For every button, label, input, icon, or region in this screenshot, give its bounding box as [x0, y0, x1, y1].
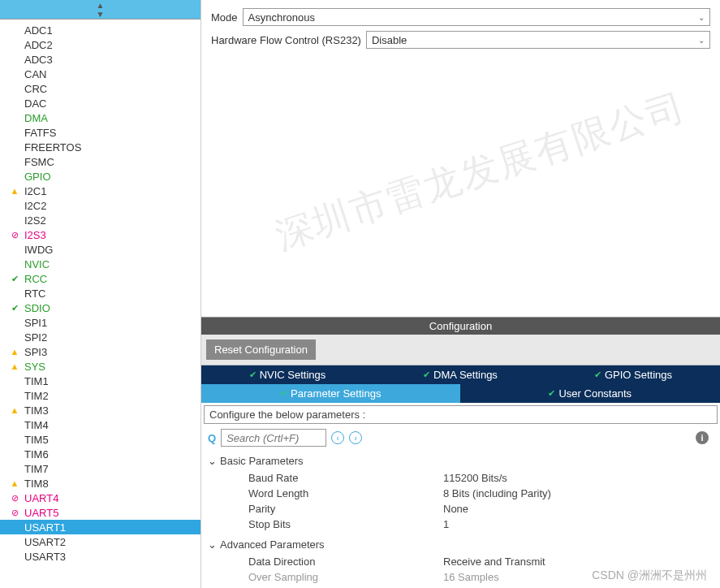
sidebar-item-uart5[interactable]: ⊘UART5	[0, 505, 200, 520]
sidebar-item-i2s2[interactable]: I2S2	[0, 213, 200, 227]
info-icon[interactable]: i	[696, 431, 709, 444]
sidebar-item-label: USART2	[21, 536, 66, 548]
sidebar-item-label: FSMC	[21, 156, 54, 168]
sidebar-item-label: SPI2	[21, 331, 47, 344]
sidebar-item-rtc[interactable]: RTC	[0, 286, 200, 300]
sidebar-item-label: TIM5	[21, 434, 49, 446]
sidebar-item-tim8[interactable]: ▲TIM8	[0, 476, 200, 491]
hw-flow-select[interactable]: Disable ⌄	[366, 31, 710, 49]
sidebar-item-i2s3[interactable]: ⊘I2S3	[0, 227, 200, 242]
param-value: 115200 Bits/s	[443, 472, 714, 484]
param-row[interactable]: Word Length8 Bits (including Parity)	[208, 486, 714, 501]
search-icon[interactable]: Q	[208, 432, 216, 444]
group-name: Basic Parameters	[220, 455, 304, 467]
tab-dma-settings[interactable]: ✔DMA Settings	[374, 365, 547, 384]
sidebar-item-label: TIM6	[21, 448, 49, 460]
ok-status-icon: ✔	[8, 303, 21, 313]
sidebar-item-freertos[interactable]: FREERTOS	[0, 140, 200, 154]
check-icon: ✔	[548, 388, 555, 399]
sidebar-item-label: DAC	[21, 97, 46, 110]
sidebar-item-crc[interactable]: CRC	[0, 81, 200, 96]
sidebar-item-tim4[interactable]: TIM4	[0, 417, 200, 432]
tab-label: NVIC Settings	[260, 369, 326, 381]
sidebar-item-i2c2[interactable]: I2C2	[0, 198, 200, 213]
sidebar-item-i2c1[interactable]: ▲I2C1	[0, 184, 200, 198]
mode-select[interactable]: Asynchronous ⌄	[243, 8, 710, 26]
sidebar-item-usart2[interactable]: USART2	[0, 534, 200, 549]
sidebar-item-usart1[interactable]: USART1	[0, 520, 200, 534]
chevron-down-icon: ⌄	[698, 13, 705, 22]
peripheral-tree: ADC1ADC2ADC3CANCRCDACDMAFATFSFREERTOSFSM…	[0, 19, 200, 567]
next-match-icon[interactable]: ›	[349, 431, 362, 444]
sidebar-item-adc3[interactable]: ADC3	[0, 52, 200, 67]
param-value: None	[443, 503, 714, 515]
sidebar-item-label: I2C1	[21, 185, 46, 197]
sidebar-item-label: I2S3	[21, 229, 46, 241]
sidebar-item-spi3[interactable]: ▲SPI3	[0, 344, 200, 359]
tab-label: Parameter Settings	[291, 387, 381, 400]
sidebar-item-uart4[interactable]: ⊘UART4	[0, 491, 200, 505]
sidebar-item-label: SPI3	[21, 346, 47, 358]
prev-match-icon[interactable]: ‹	[331, 431, 344, 444]
sidebar-item-tim1[interactable]: TIM1	[0, 374, 200, 388]
param-name: Data Direction	[248, 556, 443, 568]
sidebar-item-iwdg[interactable]: IWDG	[0, 242, 200, 257]
sidebar-item-sys[interactable]: ▲SYS	[0, 359, 200, 374]
configuration-title: Configuration	[201, 318, 720, 335]
tab-user-constants[interactable]: ✔User Constants	[461, 384, 721, 403]
sidebar-item-usart3[interactable]: USART3	[0, 549, 200, 564]
ok-status-icon: ✔	[8, 274, 21, 284]
sidebar-item-label: IWDG	[21, 244, 53, 256]
sidebar-item-spi2[interactable]: SPI2	[0, 330, 200, 344]
sidebar-item-dma[interactable]: DMA	[0, 110, 200, 125]
sidebar-item-label: SDIO	[21, 302, 50, 314]
sidebar-item-tim5[interactable]: TIM5	[0, 432, 200, 447]
sidebar-item-label: TIM7	[21, 463, 49, 475]
sidebar-header: ▲▼	[0, 0, 200, 19]
peripheral-sidebar: ▲▼ ADC1ADC2ADC3CANCRCDACDMAFATFSFREERTOS…	[0, 0, 201, 588]
sidebar-item-sdio[interactable]: ✔SDIO	[0, 300, 200, 315]
tab-parameter-settings[interactable]: ✔Parameter Settings	[201, 384, 461, 403]
sidebar-item-rcc[interactable]: ✔RCC	[0, 271, 200, 286]
check-icon: ✔	[280, 388, 287, 399]
param-name: Over Sampling	[248, 571, 443, 583]
sidebar-item-label: CAN	[21, 68, 46, 80]
warn-status-icon: ▲	[8, 186, 21, 196]
warn-status-icon: ▲	[8, 347, 21, 357]
param-row[interactable]: Data DirectionReceive and Transmit	[208, 554, 714, 569]
sidebar-item-adc2[interactable]: ADC2	[0, 37, 200, 52]
hw-flow-value: Disable	[372, 34, 407, 46]
group-header[interactable]: ⌄Basic Parameters	[208, 455, 714, 467]
warn-status-icon: ▲	[8, 405, 21, 415]
sidebar-item-tim6[interactable]: TIM6	[0, 447, 200, 461]
sidebar-item-nvic[interactable]: NVIC	[0, 257, 200, 271]
group-header[interactable]: ⌄Advanced Parameters	[208, 538, 714, 551]
tab-nvic-settings[interactable]: ✔NVIC Settings	[201, 365, 374, 384]
search-input[interactable]	[221, 429, 326, 447]
param-row[interactable]: ParityNone	[208, 501, 714, 517]
reset-configuration-button[interactable]: Reset Configuration	[206, 339, 316, 360]
sidebar-item-tim7[interactable]: TIM7	[0, 461, 200, 476]
param-row[interactable]: Baud Rate115200 Bits/s	[208, 470, 714, 486]
sidebar-item-dac[interactable]: DAC	[0, 96, 200, 110]
parameters-container: ⌄Basic ParametersBaud Rate115200 Bits/sW…	[201, 455, 720, 588]
sidebar-item-label: ADC2	[21, 39, 53, 51]
param-value: Receive and Transmit	[443, 556, 714, 568]
warn-status-icon: ▲	[8, 361, 21, 371]
param-row[interactable]: Over Sampling16 Samples	[208, 569, 714, 585]
sidebar-item-tim3[interactable]: ▲TIM3	[0, 403, 200, 417]
sidebar-item-fsmc[interactable]: FSMC	[0, 154, 200, 169]
param-name: Parity	[248, 503, 443, 515]
sidebar-item-gpio[interactable]: GPIO	[0, 169, 200, 184]
tab-gpio-settings[interactable]: ✔GPIO Settings	[547, 365, 720, 384]
sort-icon[interactable]: ▲▼	[97, 1, 105, 19]
tab-label: GPIO Settings	[605, 369, 672, 381]
sidebar-item-tim2[interactable]: TIM2	[0, 388, 200, 403]
param-row[interactable]: Stop Bits1	[208, 517, 714, 532]
sidebar-item-spi1[interactable]: SPI1	[0, 315, 200, 330]
sidebar-item-can[interactable]: CAN	[0, 67, 200, 81]
err-status-icon: ⊘	[8, 508, 21, 518]
sidebar-item-fatfs[interactable]: FATFS	[0, 125, 200, 140]
sidebar-item-adc1[interactable]: ADC1	[0, 23, 200, 37]
param-value: 8 Bits (including Parity)	[443, 487, 714, 499]
